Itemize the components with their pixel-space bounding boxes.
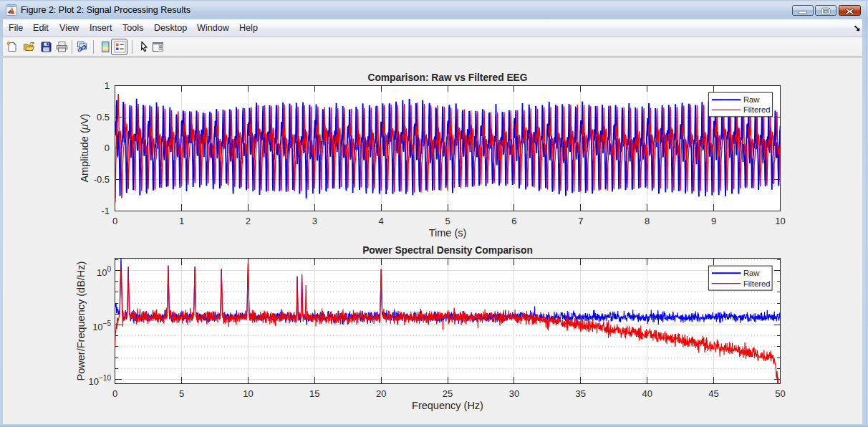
svg-text:0: 0	[112, 388, 117, 399]
svg-text:Time (s): Time (s)	[429, 227, 467, 239]
svg-text:100: 100	[97, 265, 111, 278]
svg-text:30: 30	[509, 388, 519, 399]
svg-text:Filtered: Filtered	[743, 279, 771, 288]
svg-text:0.5: 0.5	[97, 112, 110, 123]
svg-text:10: 10	[243, 388, 253, 399]
svg-text:0: 0	[105, 143, 110, 153]
svg-text:Amplitude (μV): Amplitude (μV)	[79, 114, 91, 183]
svg-text:10−5: 10−5	[92, 320, 111, 332]
svg-text:7: 7	[578, 216, 583, 226]
svg-text:20: 20	[376, 388, 386, 399]
svg-text:-1: -1	[102, 206, 110, 216]
svg-text:5: 5	[179, 388, 184, 399]
svg-text:35: 35	[576, 388, 586, 399]
svg-text:4: 4	[379, 216, 384, 226]
svg-text:45: 45	[708, 388, 718, 399]
svg-text:1: 1	[179, 216, 184, 226]
svg-text:8: 8	[645, 216, 650, 226]
svg-text:3: 3	[312, 216, 317, 226]
svg-text:Power/Frequency (dB/Hz): Power/Frequency (dB/Hz)	[75, 262, 87, 381]
svg-text:5: 5	[445, 216, 450, 226]
svg-text:Filtered: Filtered	[743, 105, 771, 114]
svg-text:9: 9	[711, 216, 716, 226]
svg-text:6: 6	[511, 216, 516, 226]
svg-text:-0.5: -0.5	[94, 174, 110, 185]
svg-text:2: 2	[246, 216, 251, 226]
svg-text:Frequency (Hz): Frequency (Hz)	[412, 400, 483, 411]
svg-text:Power Spectral Density Compari: Power Spectral Density Comparison	[362, 245, 533, 256]
svg-text:10−10: 10−10	[89, 374, 112, 387]
svg-text:Raw: Raw	[743, 269, 760, 277]
svg-text:40: 40	[642, 388, 652, 399]
svg-text:25: 25	[443, 388, 453, 399]
svg-text:1: 1	[105, 80, 110, 91]
svg-text:Comparison: Raw vs Filtered EE: Comparison: Raw vs Filtered EEG	[367, 72, 527, 83]
svg-text:Raw: Raw	[743, 95, 760, 104]
svg-text:0: 0	[112, 216, 117, 226]
svg-text:15: 15	[309, 388, 319, 399]
svg-text:50: 50	[775, 388, 785, 399]
svg-text:10: 10	[775, 216, 785, 226]
